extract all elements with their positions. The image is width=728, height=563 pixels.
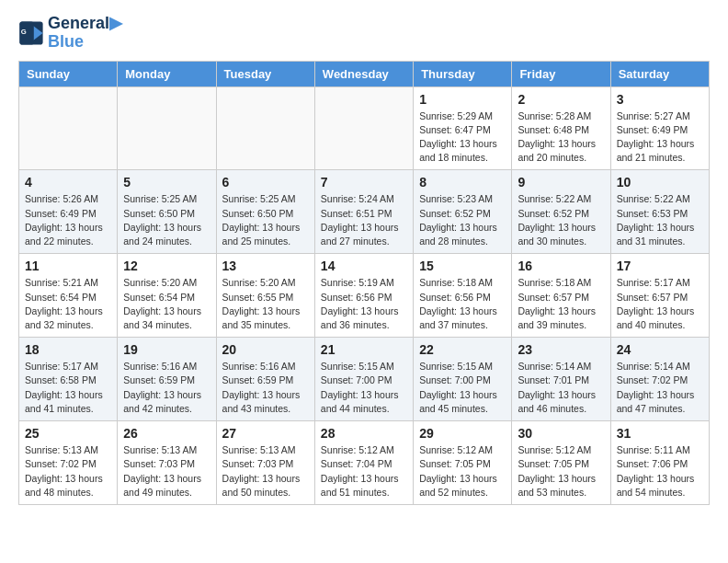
day-number: 2 — [518, 92, 604, 107]
day-number: 20 — [222, 342, 309, 357]
day-number: 6 — [222, 175, 309, 190]
day-info: Sunrise: 5:16 AMSunset: 6:59 PMDaylight:… — [222, 360, 309, 416]
calendar-header-row: SundayMondayTuesdayWednesdayThursdayFrid… — [19, 61, 710, 86]
calendar-day-cell: 6Sunrise: 5:25 AMSunset: 6:50 PMDaylight… — [216, 170, 314, 254]
calendar-day-cell: 23Sunrise: 5:14 AMSunset: 7:01 PMDayligh… — [512, 338, 610, 421]
calendar-day-cell: 10Sunrise: 5:22 AMSunset: 6:53 PMDayligh… — [610, 170, 709, 254]
calendar-day-cell: 3Sunrise: 5:27 AMSunset: 6:49 PMDaylight… — [610, 86, 709, 170]
calendar-day-cell: 17Sunrise: 5:17 AMSunset: 6:57 PMDayligh… — [610, 254, 709, 338]
calendar-day-cell: 4Sunrise: 5:26 AMSunset: 6:49 PMDaylight… — [19, 170, 118, 254]
day-number: 4 — [25, 175, 111, 190]
day-info: Sunrise: 5:13 AMSunset: 7:02 PMDaylight:… — [25, 443, 111, 500]
day-info: Sunrise: 5:25 AMSunset: 6:50 PMDaylight:… — [123, 192, 210, 248]
day-info: Sunrise: 5:25 AMSunset: 6:50 PMDaylight:… — [222, 192, 309, 248]
day-info: Sunrise: 5:22 AMSunset: 6:52 PMDaylight:… — [518, 192, 604, 248]
day-info: Sunrise: 5:12 AMSunset: 7:05 PMDaylight:… — [419, 443, 506, 500]
calendar-header-wednesday: Wednesday — [314, 61, 413, 86]
day-info: Sunrise: 5:26 AMSunset: 6:49 PMDaylight:… — [25, 192, 111, 248]
calendar-day-cell: 11Sunrise: 5:21 AMSunset: 6:54 PMDayligh… — [19, 254, 118, 338]
calendar-day-cell — [118, 86, 216, 170]
calendar-day-cell — [314, 86, 413, 170]
calendar-day-cell: 28Sunrise: 5:12 AMSunset: 7:04 PMDayligh… — [314, 421, 413, 505]
day-number: 11 — [25, 259, 111, 273]
day-number: 15 — [419, 259, 506, 273]
day-info: Sunrise: 5:14 AMSunset: 7:02 PMDaylight:… — [617, 360, 703, 416]
day-info: Sunrise: 5:17 AMSunset: 6:58 PMDaylight:… — [25, 360, 111, 416]
day-info: Sunrise: 5:21 AMSunset: 6:54 PMDaylight:… — [25, 276, 111, 332]
svg-text:G: G — [21, 28, 27, 36]
day-number: 25 — [25, 426, 111, 441]
calendar-day-cell: 21Sunrise: 5:15 AMSunset: 7:00 PMDayligh… — [314, 338, 413, 421]
calendar-header-friday: Friday — [512, 61, 610, 86]
day-number: 14 — [321, 259, 407, 273]
calendar-day-cell: 12Sunrise: 5:20 AMSunset: 6:54 PMDayligh… — [118, 254, 216, 338]
calendar-week-row: 11Sunrise: 5:21 AMSunset: 6:54 PMDayligh… — [19, 254, 710, 338]
page-container: G General▶ Blue SundayMondayTuesdayWedne… — [0, 0, 728, 520]
calendar-header-monday: Monday — [118, 61, 216, 86]
day-info: Sunrise: 5:14 AMSunset: 7:01 PMDaylight:… — [518, 360, 604, 416]
day-info: Sunrise: 5:19 AMSunset: 6:56 PMDaylight:… — [321, 276, 407, 332]
day-number: 28 — [321, 426, 407, 441]
calendar-header-sunday: Sunday — [19, 61, 118, 86]
calendar-day-cell: 19Sunrise: 5:16 AMSunset: 6:59 PMDayligh… — [118, 338, 216, 421]
calendar-day-cell: 27Sunrise: 5:13 AMSunset: 7:03 PMDayligh… — [216, 421, 314, 505]
calendar-day-cell — [216, 86, 314, 170]
day-info: Sunrise: 5:24 AMSunset: 6:51 PMDaylight:… — [321, 192, 407, 248]
calendar-day-cell: 20Sunrise: 5:16 AMSunset: 6:59 PMDayligh… — [216, 338, 314, 421]
day-info: Sunrise: 5:22 AMSunset: 6:53 PMDaylight:… — [617, 192, 703, 248]
day-number: 16 — [518, 259, 604, 273]
day-number: 31 — [617, 426, 703, 441]
calendar-day-cell: 15Sunrise: 5:18 AMSunset: 6:56 PMDayligh… — [414, 254, 512, 338]
calendar-week-row: 1Sunrise: 5:29 AMSunset: 6:47 PMDaylight… — [19, 86, 710, 170]
day-number: 29 — [419, 426, 506, 441]
day-info: Sunrise: 5:11 AMSunset: 7:06 PMDaylight:… — [617, 443, 703, 500]
calendar-day-cell: 29Sunrise: 5:12 AMSunset: 7:05 PMDayligh… — [414, 421, 512, 505]
day-number: 30 — [518, 426, 604, 441]
calendar-day-cell: 2Sunrise: 5:28 AMSunset: 6:48 PMDaylight… — [512, 86, 610, 170]
day-info: Sunrise: 5:17 AMSunset: 6:57 PMDaylight:… — [617, 276, 703, 332]
day-info: Sunrise: 5:12 AMSunset: 7:04 PMDaylight:… — [321, 443, 407, 500]
logo: G General▶ Blue — [18, 15, 122, 52]
day-number: 5 — [123, 175, 210, 190]
calendar-day-cell: 16Sunrise: 5:18 AMSunset: 6:57 PMDayligh… — [512, 254, 610, 338]
logo-icon: G — [18, 20, 44, 46]
calendar-day-cell: 24Sunrise: 5:14 AMSunset: 7:02 PMDayligh… — [610, 338, 709, 421]
calendar-day-cell: 30Sunrise: 5:12 AMSunset: 7:05 PMDayligh… — [512, 421, 610, 505]
day-info: Sunrise: 5:15 AMSunset: 7:00 PMDaylight:… — [321, 360, 407, 416]
day-number: 9 — [518, 175, 604, 190]
calendar-day-cell: 13Sunrise: 5:20 AMSunset: 6:55 PMDayligh… — [216, 254, 314, 338]
day-number: 19 — [123, 342, 210, 357]
day-number: 10 — [617, 175, 703, 190]
calendar-day-cell: 26Sunrise: 5:13 AMSunset: 7:03 PMDayligh… — [118, 421, 216, 505]
day-info: Sunrise: 5:29 AMSunset: 6:47 PMDaylight:… — [419, 109, 506, 166]
calendar-day-cell: 1Sunrise: 5:29 AMSunset: 6:47 PMDaylight… — [414, 86, 512, 170]
day-info: Sunrise: 5:16 AMSunset: 6:59 PMDaylight:… — [123, 360, 210, 416]
day-info: Sunrise: 5:20 AMSunset: 6:55 PMDaylight:… — [222, 276, 309, 332]
day-info: Sunrise: 5:20 AMSunset: 6:54 PMDaylight:… — [123, 276, 210, 332]
day-info: Sunrise: 5:18 AMSunset: 6:57 PMDaylight:… — [518, 276, 604, 332]
day-number: 7 — [321, 175, 407, 190]
day-info: Sunrise: 5:15 AMSunset: 7:00 PMDaylight:… — [419, 360, 506, 416]
calendar-table: SundayMondayTuesdayWednesdayThursdayFrid… — [18, 61, 710, 505]
logo-text: General▶ Blue — [48, 15, 122, 52]
calendar-day-cell: 22Sunrise: 5:15 AMSunset: 7:00 PMDayligh… — [414, 338, 512, 421]
day-info: Sunrise: 5:27 AMSunset: 6:49 PMDaylight:… — [617, 109, 703, 166]
day-number: 17 — [617, 259, 703, 273]
day-number: 12 — [123, 259, 210, 273]
day-number: 27 — [222, 426, 309, 441]
calendar-day-cell: 18Sunrise: 5:17 AMSunset: 6:58 PMDayligh… — [19, 338, 118, 421]
day-number: 23 — [518, 342, 604, 357]
day-info: Sunrise: 5:23 AMSunset: 6:52 PMDaylight:… — [419, 192, 506, 248]
calendar-week-row: 4Sunrise: 5:26 AMSunset: 6:49 PMDaylight… — [19, 170, 710, 254]
day-number: 13 — [222, 259, 309, 273]
calendar-day-cell: 5Sunrise: 5:25 AMSunset: 6:50 PMDaylight… — [118, 170, 216, 254]
day-number: 26 — [123, 426, 210, 441]
header: G General▶ Blue — [18, 15, 710, 52]
calendar-day-cell: 8Sunrise: 5:23 AMSunset: 6:52 PMDaylight… — [414, 170, 512, 254]
calendar-header-thursday: Thursday — [414, 61, 512, 86]
calendar-day-cell: 31Sunrise: 5:11 AMSunset: 7:06 PMDayligh… — [610, 421, 709, 505]
calendar-day-cell: 14Sunrise: 5:19 AMSunset: 6:56 PMDayligh… — [314, 254, 413, 338]
day-info: Sunrise: 5:13 AMSunset: 7:03 PMDaylight:… — [123, 443, 210, 500]
calendar-day-cell: 25Sunrise: 5:13 AMSunset: 7:02 PMDayligh… — [19, 421, 118, 505]
calendar-week-row: 25Sunrise: 5:13 AMSunset: 7:02 PMDayligh… — [19, 421, 710, 505]
